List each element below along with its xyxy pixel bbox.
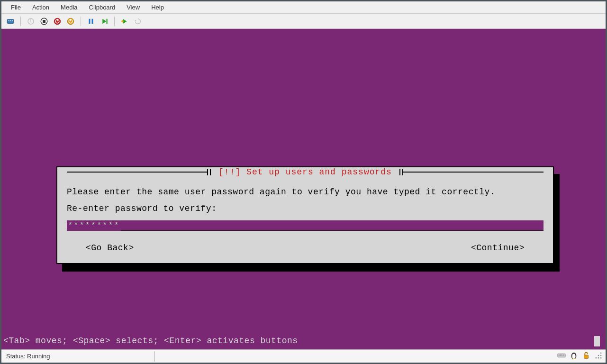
password-input[interactable]: ********* — [67, 220, 544, 231]
svg-rect-2 — [10, 20, 11, 21]
installer-dialog: [!!] Set up users and passwords Please e… — [56, 166, 554, 264]
go-back-button[interactable]: <Go Back> — [86, 243, 134, 253]
penguin-icon — [570, 351, 578, 361]
shut-down-button[interactable] — [51, 15, 63, 27]
svg-rect-15 — [107, 18, 108, 24]
keyboard-icon — [557, 351, 566, 361]
dialog-instruction: Please enter the same user password agai… — [67, 185, 544, 199]
svg-point-16 — [121, 20, 124, 22]
lock-open-icon[interactable] — [582, 351, 590, 361]
svg-point-27 — [600, 353, 602, 354]
dialog-title: [!!] Set up users and passwords — [211, 167, 399, 177]
password-masked: ********* — [67, 220, 121, 231]
hint-line: <Tab> moves; <Space> selects; <Enter> ac… — [3, 335, 600, 346]
menu-clipboard[interactable]: Clipboard — [83, 2, 121, 13]
svg-rect-3 — [12, 20, 13, 21]
svg-point-25 — [574, 354, 575, 355]
status-label: Status: Running — [1, 353, 55, 360]
toolbar-separator — [114, 17, 115, 26]
svg-point-23 — [572, 354, 575, 359]
svg-rect-12 — [70, 18, 71, 21]
svg-rect-1 — [9, 20, 9, 21]
menu-help[interactable]: Help — [145, 2, 170, 13]
turn-off-button[interactable] — [38, 15, 50, 27]
continue-button[interactable]: <Continue> — [471, 243, 525, 253]
toolbar-separator — [20, 17, 21, 26]
save-button[interactable] — [64, 15, 77, 27]
svg-rect-19 — [560, 355, 561, 356]
svg-rect-21 — [563, 355, 564, 356]
status-separator — [154, 351, 155, 362]
start-button — [25, 15, 37, 27]
svg-point-29 — [600, 355, 602, 356]
svg-point-32 — [600, 357, 602, 359]
password-fill — [121, 220, 544, 231]
menu-file[interactable]: File — [5, 2, 27, 13]
resize-grip-icon[interactable] — [594, 351, 603, 361]
toolbar-separator — [81, 17, 81, 26]
reset-button[interactable] — [98, 15, 110, 27]
svg-point-28 — [598, 355, 599, 356]
svg-rect-18 — [559, 355, 560, 356]
vm-display[interactable]: [!!] Set up users and passwords Please e… — [1, 29, 606, 349]
svg-rect-20 — [562, 355, 562, 356]
revert-button — [132, 15, 144, 27]
toolbar — [1, 14, 606, 29]
svg-rect-6 — [43, 20, 45, 23]
svg-rect-14 — [92, 18, 93, 24]
ctrl-alt-del-button[interactable] — [4, 15, 17, 27]
pause-button[interactable] — [85, 15, 97, 27]
cursor-block — [594, 336, 600, 346]
svg-rect-26 — [584, 355, 589, 358]
menu-view[interactable]: View — [121, 2, 145, 13]
svg-rect-13 — [89, 18, 91, 24]
menu-bar: File Action Media Clipboard View Help — [1, 1, 606, 14]
svg-point-30 — [596, 357, 597, 359]
status-bar: Status: Running — [1, 349, 606, 363]
hint-text: <Tab> moves; <Space> selects; <Enter> ac… — [3, 336, 298, 346]
svg-point-24 — [572, 354, 573, 355]
menu-action[interactable]: Action — [27, 2, 55, 13]
dialog-prompt: Re-enter password to verify: — [67, 202, 544, 216]
svg-point-31 — [598, 357, 599, 359]
checkpoint-button[interactable] — [118, 15, 131, 27]
status-tray — [557, 351, 606, 361]
menu-media[interactable]: Media — [55, 2, 83, 13]
svg-rect-9 — [57, 18, 58, 21]
